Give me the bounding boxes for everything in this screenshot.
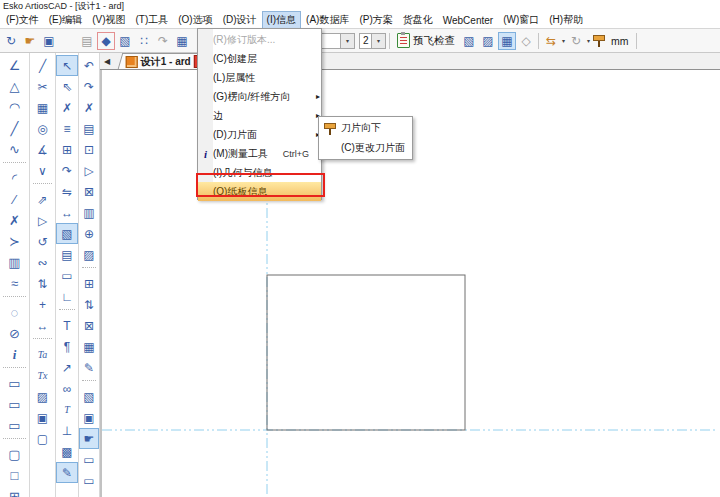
delete-button[interactable]: ✗ xyxy=(79,97,99,118)
layer-delete-button[interactable]: ⊠ xyxy=(79,315,99,336)
ray-tool[interactable]: ∕ xyxy=(0,189,29,210)
add-file-button[interactable]: ⊕ xyxy=(79,223,99,244)
grid-tool[interactable]: ▦ xyxy=(30,97,55,118)
stack-tool[interactable]: ▤ xyxy=(56,244,78,265)
menu-item[interactable]: (C)创建层 xyxy=(198,49,321,68)
chevron-tool-2[interactable]: ▷ xyxy=(30,210,55,231)
menubar-item[interactable]: WebCenter xyxy=(438,13,498,28)
undo-button[interactable]: ↶ xyxy=(79,55,99,76)
page-tool[interactable]: ▢ xyxy=(0,444,29,465)
print-button[interactable]: ▤ xyxy=(79,118,99,139)
leader-arrow-tool[interactable]: ↗ xyxy=(56,357,78,378)
dimension-box-tool[interactable]: ▣ xyxy=(30,407,55,428)
import-hand-icon[interactable]: ☛ xyxy=(21,32,39,50)
circle-cut-tool[interactable]: ⊘ xyxy=(0,323,29,344)
group-tool[interactable]: ⊞ xyxy=(56,139,78,160)
arrow-tool-2[interactable]: ⇗ xyxy=(30,189,55,210)
corner-tool[interactable]: ∟ xyxy=(56,286,78,307)
hatch-tool[interactable]: ▨ xyxy=(30,386,55,407)
circle-tool[interactable]: ◌ xyxy=(0,302,29,323)
history-icon[interactable]: ↷ xyxy=(154,32,172,50)
redo-button[interactable]: ↷ xyxy=(79,76,99,97)
layers-tool[interactable]: ≡ xyxy=(56,118,78,139)
angle-tool[interactable]: ∠ xyxy=(0,55,29,76)
arc-tool[interactable]: ◠ xyxy=(0,97,29,118)
menubar-item[interactable]: (P)方案 xyxy=(354,11,397,29)
note-button[interactable]: ▨ xyxy=(79,244,99,265)
duplicate-button[interactable]: ▭ xyxy=(79,449,99,470)
rotate-text-tool[interactable]: ⊥ xyxy=(56,420,78,441)
close-file-button[interactable]: ⊠ xyxy=(79,181,99,202)
extrude-tool[interactable]: ▧ xyxy=(56,223,78,244)
copy-array-tool[interactable]: ▭ xyxy=(56,265,78,286)
move-tool[interactable]: ⇅ xyxy=(30,273,55,294)
stretch-tool-3[interactable]: ↔ xyxy=(56,202,78,223)
windows-tool[interactable]: ⊞ xyxy=(0,486,29,497)
menubar-item[interactable]: (H)帮助 xyxy=(544,11,588,29)
report-button[interactable]: ▦ xyxy=(79,336,99,357)
save-icon[interactable]: ▣ xyxy=(40,32,58,50)
glasses-tool[interactable]: ∞ xyxy=(56,378,78,399)
zigzag-tool[interactable]: ≈ xyxy=(0,273,29,294)
table-text-tool[interactable]: Ta xyxy=(30,344,55,365)
flip-view-button[interactable]: ↻ xyxy=(567,32,585,50)
obround-tool-2[interactable]: ▭ xyxy=(0,394,29,415)
line-tool-2[interactable]: ╱ xyxy=(30,55,55,76)
plot-output-icon[interactable]: ▤ xyxy=(78,32,96,50)
multi-select-tool[interactable]: ⇖ xyxy=(56,76,78,97)
open-workspace-icon[interactable]: ↻ xyxy=(2,32,20,50)
plot-button[interactable]: ▥ xyxy=(79,202,99,223)
menubar-item[interactable]: (F)文件 xyxy=(1,11,44,29)
curve-tool[interactable]: ∿ xyxy=(0,139,29,160)
menubar-item[interactable]: (T)工具 xyxy=(130,11,173,29)
fan-lines-tool[interactable]: ∡ xyxy=(30,139,55,160)
delete-tool[interactable]: ✗ xyxy=(56,97,78,118)
preflight-check-button[interactable]: 预飞检查 xyxy=(393,33,459,48)
edit-button[interactable]: ✎ xyxy=(79,357,99,378)
pencil-tool[interactable]: ✎ xyxy=(56,462,78,483)
menu-item[interactable]: (G)楞向/纤维方向 ▸ xyxy=(198,87,321,106)
rotate-tool[interactable]: ↷ xyxy=(56,160,78,181)
align-tool[interactable]: + xyxy=(30,294,55,315)
menu-item-change-blade-side[interactable]: (C)更改刀片面 xyxy=(319,138,412,158)
menubar-item[interactable]: (D)设计 xyxy=(218,11,262,29)
menubar-item[interactable]: (O)选项 xyxy=(173,11,217,29)
export-button[interactable]: ▷ xyxy=(79,160,99,181)
tab-scroll-left-icon[interactable]: ◀ xyxy=(100,57,114,66)
arc-rotate-tool[interactable]: ↺ xyxy=(30,231,55,252)
counter-stamp-icon[interactable]: ▨ xyxy=(479,32,497,50)
design-rectangle[interactable] xyxy=(267,275,465,430)
protractor-tool[interactable]: △ xyxy=(0,76,29,97)
target-tool[interactable]: ◎ xyxy=(30,118,55,139)
database-info-icon[interactable]: ▦ xyxy=(173,32,191,50)
counter-icon[interactable]: ▧ xyxy=(460,32,478,50)
dimension-icon[interactable]: ∷ xyxy=(135,32,153,50)
menu-item[interactable]: i (M)测量工具 Ctrl+G xyxy=(198,144,321,163)
mirror-tool[interactable]: ⇋ xyxy=(56,181,78,202)
page-tool-2[interactable]: ▢ xyxy=(30,428,55,449)
fork-tool[interactable]: ∨ xyxy=(30,160,55,181)
hatch-fill-tool[interactable]: ▩ xyxy=(56,441,78,462)
text-tool[interactable]: T xyxy=(56,315,78,336)
convert-to-3d-icon[interactable]: ▧ xyxy=(116,32,134,50)
menu-item[interactable]: (D)刀片面 ▸ xyxy=(198,125,321,144)
obround-tool-3[interactable]: ▭ xyxy=(0,415,29,436)
scissors-tool[interactable]: ✂ xyxy=(30,76,55,97)
paragraph-tool[interactable]: ¶ xyxy=(56,336,78,357)
blade-down-icon[interactable] xyxy=(592,34,606,47)
zoom-combobox[interactable]: 2 ▾ xyxy=(359,33,386,49)
layer-order-button[interactable]: ⇅ xyxy=(79,294,99,315)
delete-geometry-tool[interactable]: ✗ xyxy=(0,210,29,231)
expand-icon[interactable]: ◇ xyxy=(517,32,535,50)
pan-button[interactable]: ☛ xyxy=(79,428,99,449)
copy-button[interactable]: ⊡ xyxy=(79,139,99,160)
layer-add-button[interactable]: ⊞ xyxy=(79,273,99,294)
rebuild-icon[interactable]: ◆ xyxy=(97,32,115,50)
small-text-tool[interactable]: T xyxy=(56,399,78,420)
counter-tool[interactable]: ▥ xyxy=(0,252,29,273)
line-tool[interactable]: ╱ xyxy=(0,118,29,139)
menubar-item[interactable]: (I)信息 xyxy=(262,11,301,29)
menubar-item[interactable]: (A)数据库 xyxy=(301,11,354,29)
duplicate-button-2[interactable]: ▭ xyxy=(79,470,99,491)
stamp-button[interactable]: ▧ xyxy=(79,386,99,407)
